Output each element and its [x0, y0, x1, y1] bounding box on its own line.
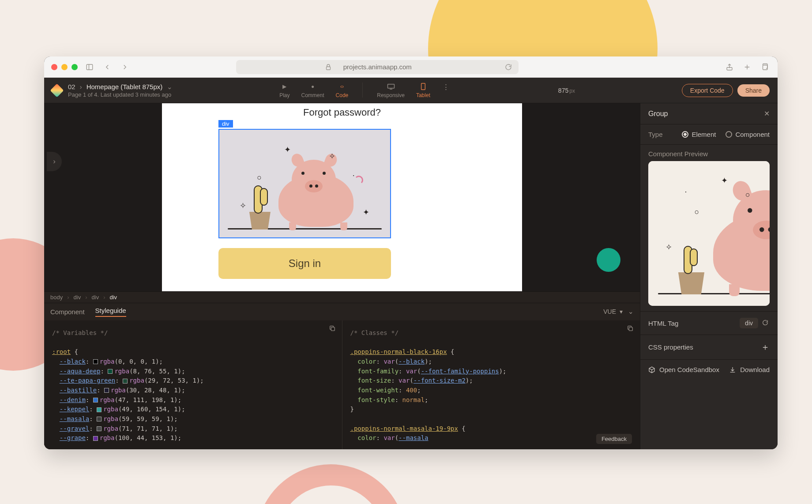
svg-rect-7: [387, 84, 394, 88]
code-pane-variables[interactable]: /* Variables */ :root { --black: rgba(0,…: [44, 320, 342, 449]
language-selector[interactable]: VUE ▾: [603, 308, 623, 315]
feedback-button[interactable]: Feedback: [596, 434, 632, 444]
copy-icon[interactable]: [627, 325, 634, 332]
lock-icon: [323, 61, 334, 73]
svg-rect-0: [86, 64, 93, 70]
chevron-down-icon: ▾: [620, 308, 623, 315]
canvas[interactable]: Forgot password? div: [44, 103, 640, 291]
reset-tag-icon[interactable]: [762, 319, 770, 327]
panel-collapse-icon[interactable]: ⌄: [628, 308, 634, 316]
dom-path-item[interactable]: body: [50, 294, 63, 301]
window-minimize-button[interactable]: [61, 64, 68, 70]
canvas-dimensions[interactable]: 875px: [558, 87, 575, 94]
svg-rect-11: [629, 327, 632, 331]
radio-off-icon: [726, 131, 732, 138]
dom-path-item[interactable]: div: [92, 294, 99, 301]
tool-comment[interactable]: ● Comment: [301, 83, 324, 98]
copy-icon[interactable]: [329, 325, 336, 332]
radio-component[interactable]: Component: [726, 131, 770, 138]
selection-tag-badge: div: [218, 120, 233, 128]
breadcrumb-index: 02: [68, 83, 75, 90]
app-toolbar: 02 › Homepage (Tablet 875px) ⌄ Page 1 of…: [44, 78, 778, 103]
inspector-tabs: Component Styleguide VUE ▾ ⌄: [44, 303, 640, 320]
tab-styleguide[interactable]: Styleguide: [95, 307, 126, 317]
css-props-label: CSS properties: [648, 343, 693, 351]
app-logo[interactable]: [50, 83, 64, 97]
toolbar-more-icon[interactable]: ⋮: [442, 83, 451, 92]
dom-path-item-active[interactable]: div: [109, 294, 117, 301]
chevron-right-icon: ›: [80, 83, 82, 90]
address-bar-url: projects.animaapp.com: [343, 63, 412, 71]
sign-in-button[interactable]: Sign in: [218, 248, 391, 279]
svg-rect-6: [763, 65, 767, 70]
toolbar-separator: [362, 83, 363, 98]
page-title: Homepage (Tablet 875px): [86, 83, 163, 90]
codesandbox-icon: [648, 366, 655, 373]
new-tab-icon[interactable]: [741, 61, 753, 73]
tool-play[interactable]: ▶ Play: [279, 83, 289, 98]
tab-component[interactable]: Component: [50, 308, 85, 316]
app-main: › Forgot password? div: [44, 103, 778, 449]
traffic-lights: [51, 64, 78, 70]
add-css-prop-icon[interactable]: ＋: [761, 341, 770, 353]
html-tag-label: HTML Tag: [648, 320, 678, 327]
type-label: Type: [648, 131, 663, 138]
app-window: projects.animaapp.com 02 › Homepage (Tab…: [44, 56, 778, 449]
download-button[interactable]: Download: [729, 366, 770, 373]
svg-rect-10: [331, 327, 335, 331]
component-preview: ✦ · ○ ○ ✧: [648, 161, 770, 306]
bg-decor-ring-bottom: [256, 464, 406, 504]
open-codesandbox-button[interactable]: Open CodeSandbox: [648, 366, 719, 373]
nav-back-icon[interactable]: [102, 61, 113, 73]
help-fab-button[interactable]: [597, 248, 620, 272]
html-tag-value[interactable]: div: [740, 318, 758, 328]
nav-forward-icon[interactable]: [119, 61, 131, 73]
export-code-button[interactable]: Export Code: [682, 84, 733, 97]
page-subline: Page 1 of 4. Last updated 3 minutes ago: [68, 91, 173, 98]
comment-icon: ●: [309, 83, 317, 90]
address-bar[interactable]: projects.animaapp.com: [236, 60, 519, 74]
tool-code[interactable]: ‹› Code: [336, 83, 349, 98]
desktop-icon: [387, 83, 395, 90]
share-icon[interactable]: [724, 61, 735, 73]
forgot-password-text: Forgot password?: [162, 107, 522, 118]
panel-heading: Group: [648, 110, 668, 118]
radio-on-icon: [682, 131, 688, 138]
code-pane-classes[interactable]: /* Classes */ .poppins-normal-black-16px…: [342, 320, 640, 449]
sidebar-toggle-icon[interactable]: [84, 61, 95, 73]
code-panels: /* Variables */ :root { --black: rgba(0,…: [44, 320, 640, 449]
play-icon: ▶: [281, 83, 289, 90]
close-panel-icon[interactable]: ✕: [764, 109, 770, 118]
window-zoom-button[interactable]: [71, 64, 78, 70]
download-icon: [729, 366, 736, 373]
breadcrumb[interactable]: 02 › Homepage (Tablet 875px) ⌄: [68, 83, 173, 90]
svg-rect-9: [421, 83, 425, 90]
illustration-pig: ✦ ✧ ○ · ✦ ✧: [219, 130, 390, 237]
dom-path-item[interactable]: div: [74, 294, 81, 301]
selected-element-outline[interactable]: div ✦ ✧: [218, 129, 391, 238]
tabs-overview-icon[interactable]: [759, 61, 771, 73]
preview-label: Component Preview: [640, 145, 778, 161]
svg-rect-2: [327, 67, 331, 70]
code-icon: ‹›: [338, 83, 346, 90]
dom-breadcrumb: body› div› div› div: [44, 291, 640, 303]
browser-chrome: projects.animaapp.com: [44, 56, 778, 78]
artboard: Forgot password? div: [162, 103, 522, 291]
tool-tablet[interactable]: Tablet: [416, 83, 430, 98]
tablet-icon: [419, 83, 427, 90]
radio-element[interactable]: Element: [682, 131, 716, 138]
mode-toolbar: ▶ Play ● Comment ‹› Code Responsive Tabl…: [279, 83, 451, 98]
reload-icon[interactable]: [503, 61, 514, 73]
properties-panel: Group ✕ Type Element Component Component…: [640, 103, 778, 449]
share-button[interactable]: Share: [737, 84, 770, 97]
chevron-down-icon[interactable]: ⌄: [167, 83, 173, 91]
tool-responsive[interactable]: Responsive: [377, 83, 405, 98]
window-close-button[interactable]: [51, 64, 57, 70]
